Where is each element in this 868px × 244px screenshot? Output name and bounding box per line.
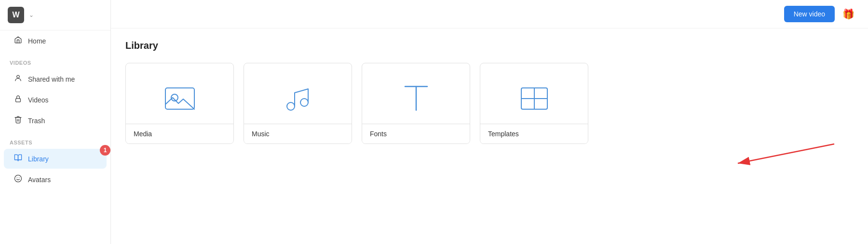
- sidebar-item-videos[interactable]: Videos: [4, 90, 107, 110]
- annotation-arrow: [690, 139, 844, 168]
- media-icon-area: [126, 63, 233, 124]
- sidebar-item-videos-label: Videos: [28, 96, 49, 104]
- library-page: Library Media: [111, 29, 868, 244]
- gift-icon-button[interactable]: 🎁: [841, 6, 856, 22]
- page-title: Library: [125, 40, 854, 51]
- fonts-card-label: Fonts: [362, 124, 470, 144]
- sidebar: W ⌄ Home Videos Shared with me: [0, 0, 111, 244]
- templates-icon: [517, 84, 551, 113]
- templates-card-label: Templates: [480, 124, 588, 144]
- fonts-card[interactable]: Fonts: [362, 63, 470, 144]
- fonts-icon-area: [362, 63, 470, 124]
- sidebar-item-trash[interactable]: Trash: [4, 111, 107, 130]
- svg-rect-1: [15, 99, 20, 102]
- book-open-icon: [14, 154, 22, 164]
- media-icon: [163, 84, 197, 113]
- sidebar-item-library[interactable]: Library: [4, 149, 107, 169]
- svg-point-8: [300, 99, 308, 106]
- lock-icon: [14, 95, 22, 105]
- svg-line-15: [738, 144, 834, 163]
- music-icon: [281, 84, 315, 113]
- svg-point-7: [287, 102, 295, 110]
- library-cards-container: Media Music: [125, 63, 854, 144]
- music-card[interactable]: Music: [244, 63, 352, 144]
- sidebar-item-home[interactable]: Home: [4, 31, 107, 51]
- fonts-icon: [399, 83, 433, 114]
- sidebar-section-assets-label: Assets: [0, 131, 110, 148]
- library-badge: 1: [100, 145, 110, 156]
- sidebar-item-library-label: Library: [28, 155, 49, 163]
- library-cards-grid: Media Music: [125, 63, 588, 144]
- media-card-label: Media: [126, 124, 233, 144]
- person-icon: [14, 74, 22, 84]
- home-icon: [14, 36, 22, 46]
- trash-icon: [14, 115, 22, 126]
- svg-point-0: [16, 75, 19, 78]
- smiley-icon: [14, 174, 22, 185]
- sidebar-item-avatars[interactable]: Avatars: [4, 170, 107, 189]
- chevron-down-icon[interactable]: ⌄: [29, 12, 34, 18]
- templates-card[interactable]: Templates: [480, 63, 588, 144]
- sidebar-item-shared-with-me[interactable]: Shared with me: [4, 69, 107, 89]
- music-icon-area: [244, 63, 352, 124]
- sidebar-item-avatars-label: Avatars: [28, 176, 51, 184]
- main-content: New video 🎁 Library Media: [111, 0, 868, 244]
- new-video-button[interactable]: New video: [784, 6, 835, 22]
- sidebar-item-trash-label: Trash: [28, 117, 45, 125]
- templates-icon-area: [480, 63, 588, 124]
- w-logo-icon[interactable]: W: [8, 7, 24, 23]
- svg-rect-5: [165, 88, 194, 109]
- svg-point-2: [14, 175, 21, 182]
- sidebar-library-wrapper: Library 1: [4, 149, 107, 169]
- sidebar-item-shared-label: Shared with me: [28, 75, 75, 83]
- sidebar-section-videos-label: Videos: [0, 51, 110, 69]
- media-card[interactable]: Media: [125, 63, 234, 144]
- sidebar-header: W ⌄: [0, 0, 110, 30]
- topbar: New video 🎁: [111, 0, 868, 29]
- sidebar-item-home-label: Home: [28, 37, 46, 45]
- music-card-label: Music: [244, 124, 352, 144]
